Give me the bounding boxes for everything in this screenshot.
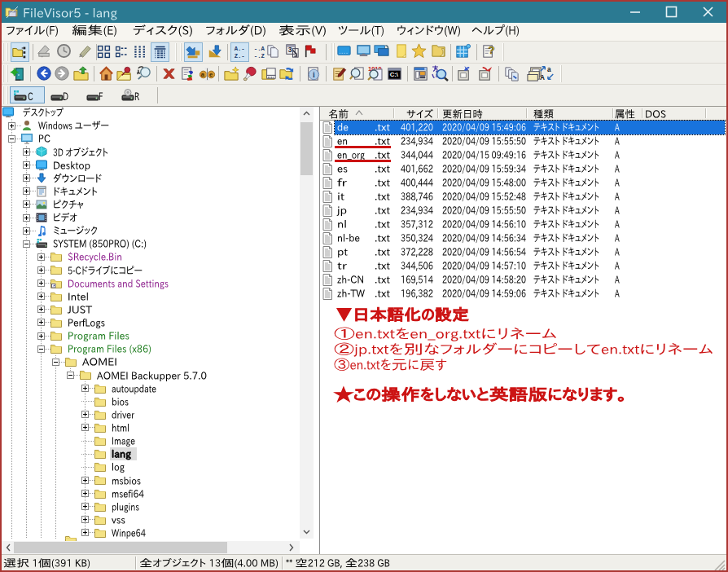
svg-text:a: a: [201, 71, 205, 78]
svg-text:C:\: C:\: [390, 71, 399, 78]
svg-text:Z.-: Z.-: [235, 53, 245, 59]
svg-text:a: a: [547, 66, 551, 73]
svg-text:A: A: [540, 74, 545, 81]
svg-text:-.Z: -.Z: [254, 53, 265, 59]
svg-text:-.A: -.A: [254, 46, 265, 52]
svg-text:A.-: A.-: [235, 46, 245, 52]
svg-text:3: 3: [288, 46, 292, 54]
svg-text:i: i: [313, 70, 315, 79]
svg-text:?: ?: [489, 44, 495, 56]
svg-text:e: e: [209, 71, 213, 78]
